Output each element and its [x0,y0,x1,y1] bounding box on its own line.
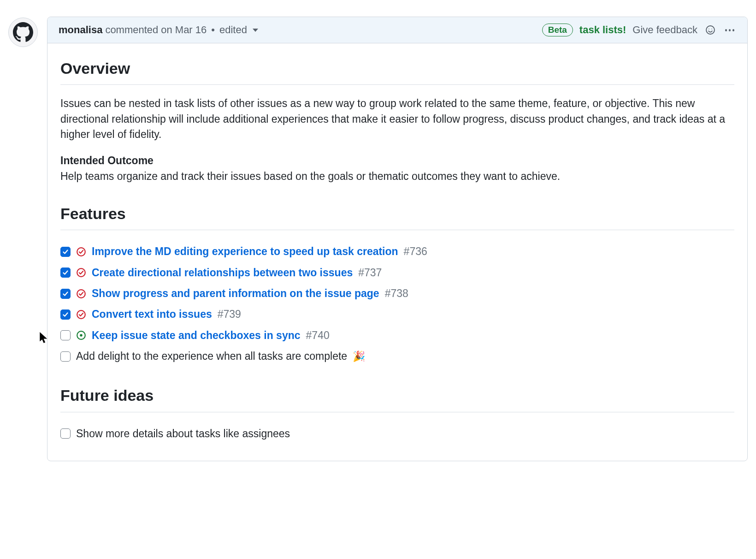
more-actions-button[interactable] [723,24,736,36]
intended-outcome-label: Intended Outcome [60,155,154,167]
task-checkbox[interactable] [60,309,71,320]
task-item: Show more details about tasks like assig… [60,423,734,444]
task-checkbox[interactable] [60,351,71,362]
comment-container: monalisa commented on Mar 16 • edited Be… [47,17,748,461]
avatar[interactable] [8,18,38,47]
task-item: Convert text into issues #739 [60,304,734,325]
task-checkbox[interactable] [60,247,71,257]
party-popper-emoji: 🎉 [353,349,365,364]
chevron-down-icon[interactable] [253,29,258,32]
overview-paragraph: Issues can be nested in task lists of ot… [60,96,734,142]
task-text: Show more details about tasks like assig… [76,426,290,441]
comment-header: monalisa commented on Mar 16 • edited Be… [47,17,747,43]
task-checkbox[interactable] [60,289,71,299]
svg-point-8 [80,334,83,337]
task-issue-link[interactable]: Convert text into issues [92,307,212,322]
octocat-icon [13,22,33,42]
task-issue-link[interactable]: Improve the MD editing experience to spe… [92,244,398,259]
comment-body: Overview Issues can be nested in task li… [47,43,747,461]
separator-dot: • [209,24,217,36]
intended-outcome: Intended Outcome Help teams organize and… [60,153,734,184]
features-task-list: Improve the MD editing experience to spe… [60,241,734,367]
task-item: Keep issue state and checkboxes in sync … [60,325,734,346]
features-heading: Features [60,202,734,230]
task-item: Add delight to the experience when all t… [60,346,734,367]
emoji-reaction-button[interactable] [704,24,717,36]
task-issue-link[interactable]: Show progress and parent information on … [92,286,379,301]
edited-label[interactable]: edited [219,24,247,36]
task-checkbox[interactable] [60,428,71,439]
task-issue-number[interactable]: #736 [404,244,427,259]
give-feedback-link[interactable]: Give feedback [632,24,697,36]
header-action: commented [105,24,158,36]
issue-closed-icon [76,247,86,257]
task-issue-link[interactable]: Create directional relationships between… [92,265,353,280]
beta-badge: Beta [542,24,573,36]
header-date[interactable]: Mar 16 [175,24,207,36]
task-item: Create directional relationships between… [60,262,734,283]
task-item: Show progress and parent information on … [60,283,734,304]
header-on: on [161,24,172,36]
issue-closed-icon [76,309,86,320]
overview-heading: Overview [60,57,734,85]
future-task-list: Show more details about tasks like assig… [60,423,734,444]
issue-closed-icon [76,289,86,299]
task-checkbox[interactable] [60,330,71,340]
task-lists-link[interactable]: task lists! [579,24,626,36]
task-issue-number[interactable]: #739 [218,307,241,322]
svg-point-0 [706,26,715,34]
issue-open-icon [76,330,86,340]
task-checkbox[interactable] [60,268,71,278]
task-issue-number[interactable]: #738 [385,286,408,301]
svg-point-2 [711,29,712,30]
svg-point-1 [709,29,709,30]
task-text: Add delight to the experience when all t… [76,349,347,364]
smiley-icon [705,25,715,35]
intended-outcome-text: Help teams organize and track their issu… [60,170,560,182]
task-issue-number[interactable]: #737 [358,265,382,280]
task-issue-link[interactable]: Keep issue state and checkboxes in sync [92,328,301,343]
task-item: Improve the MD editing experience to spe… [60,241,734,262]
author-link[interactable]: monalisa [59,24,102,36]
future-ideas-heading: Future ideas [60,384,734,412]
task-issue-number[interactable]: #740 [306,328,330,343]
issue-closed-icon [76,268,86,278]
